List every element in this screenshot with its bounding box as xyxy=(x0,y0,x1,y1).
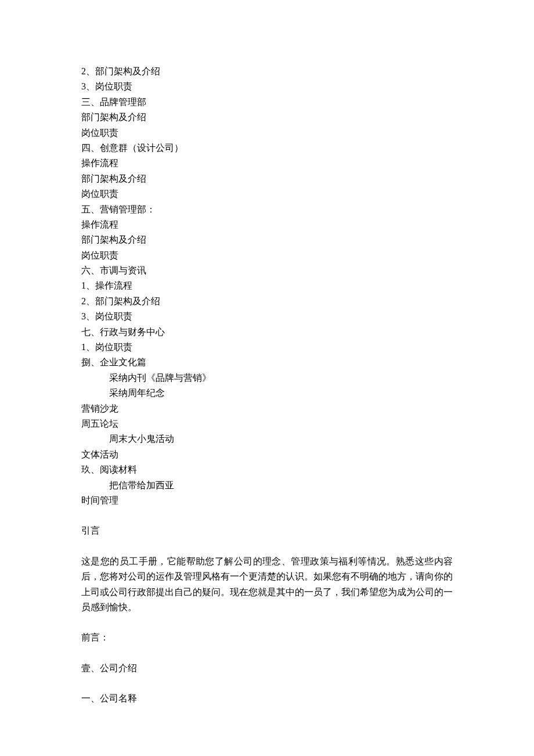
section-heading: 一、公司名释 xyxy=(81,691,453,706)
intro-paragraph: 这是您的员工手册，它能帮助您了解公司的理念、管理政策与福利等情况。熟悉这些内容后… xyxy=(81,554,453,615)
intro-heading: 引言 xyxy=(81,523,453,538)
toc-line: 采纳内刊《品牌与营销》 xyxy=(81,370,453,386)
toc-line: 1、操作流程 xyxy=(81,278,453,293)
toc-line: 周五论坛 xyxy=(81,416,453,431)
toc-line: 营销沙龙 xyxy=(81,401,453,416)
toc-line: 3、岗位职责 xyxy=(81,309,453,324)
toc-line: 部门架构及介绍 xyxy=(81,171,453,186)
toc-line: 岗位职责 xyxy=(81,186,453,201)
table-of-contents: 2、部门架构及介绍3、岗位职责三、品牌管理部部门架构及介绍岗位职责四、创意群（设… xyxy=(81,64,453,508)
toc-line: 2、部门架构及介绍 xyxy=(81,294,453,309)
toc-line: 把信带给加西亚 xyxy=(81,478,453,493)
toc-line: 岗位职责 xyxy=(81,248,453,263)
document-body: 2、部门架构及介绍3、岗位职责三、品牌管理部部门架构及介绍岗位职责四、创意群（设… xyxy=(81,64,453,706)
toc-line: 部门架构及介绍 xyxy=(81,110,453,125)
toc-line: 岗位职责 xyxy=(81,125,453,141)
toc-line: 六、市调与资讯 xyxy=(81,263,453,278)
toc-line: 3、岗位职责 xyxy=(81,79,453,94)
toc-line: 捌、企业文化篇 xyxy=(81,355,453,370)
preface-heading: 前言： xyxy=(81,630,453,645)
toc-line: 部门架构及介绍 xyxy=(81,232,453,247)
toc-line: 周末大小鬼活动 xyxy=(81,431,453,447)
toc-line: 五、营销管理部： xyxy=(81,202,453,217)
toc-line: 操作流程 xyxy=(81,156,453,171)
toc-line: 操作流程 xyxy=(81,217,453,232)
chapter-heading: 壹、公司介绍 xyxy=(81,661,453,676)
toc-line: 文体活动 xyxy=(81,447,453,462)
toc-line: 时间管理 xyxy=(81,493,453,508)
toc-line: 1、岗位职责 xyxy=(81,340,453,355)
toc-line: 采纳周年纪念 xyxy=(81,386,453,401)
toc-line: 四、创意群（设计公司） xyxy=(81,141,453,156)
toc-line: 七、行政与财务中心 xyxy=(81,325,453,340)
toc-line: 2、部门架构及介绍 xyxy=(81,64,453,79)
toc-line: 三、品牌管理部 xyxy=(81,95,453,110)
toc-line: 玖、阅读材料 xyxy=(81,462,453,477)
